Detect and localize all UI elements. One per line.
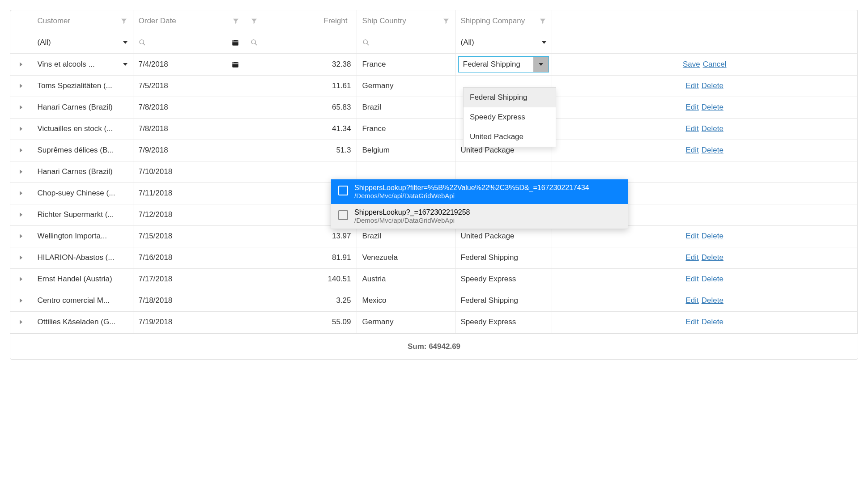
delete-link[interactable]: Delete bbox=[702, 253, 723, 262]
cell-freight: 3.25 bbox=[245, 290, 357, 311]
cell-date: 7/15/2018 bbox=[133, 225, 245, 247]
cell-freight: 65.83 bbox=[245, 97, 357, 118]
caret-right-icon bbox=[20, 148, 22, 153]
expand-toggle[interactable] bbox=[10, 182, 32, 204]
filter-icon[interactable] bbox=[443, 17, 450, 25]
header-actions bbox=[552, 10, 858, 32]
delete-link[interactable]: Delete bbox=[702, 318, 723, 327]
edit-shipper-cell[interactable]: Federal Shipping bbox=[455, 53, 552, 75]
header-customer[interactable]: Customer bbox=[32, 10, 133, 32]
cell-freight: 41.34 bbox=[245, 118, 357, 140]
shipper-option[interactable]: United Package bbox=[464, 127, 556, 147]
filter-country[interactable] bbox=[357, 32, 455, 53]
delete-link[interactable]: Delete bbox=[702, 124, 723, 133]
cell-customer: Hanari Carnes (Brazil) bbox=[32, 97, 133, 118]
svg-rect-5 bbox=[232, 42, 238, 42]
delete-link[interactable]: Delete bbox=[702, 81, 723, 90]
save-link[interactable]: Save bbox=[683, 60, 700, 69]
caret-right-icon bbox=[20, 105, 22, 110]
suggestion-line1: ShippersLookup?_=1672302219258 bbox=[354, 208, 470, 216]
expand-toggle[interactable] bbox=[10, 118, 32, 140]
cell-customer: Chop-suey Chinese (... bbox=[32, 182, 133, 204]
edit-link[interactable]: Edit bbox=[686, 146, 699, 155]
edit-customer-value: Vins et alcools ... bbox=[38, 60, 95, 69]
suggestion-item[interactable]: ShippersLookup?filter=%5B%22Value%22%2C3… bbox=[331, 179, 628, 204]
header-shipping-company[interactable]: Shipping Company bbox=[455, 10, 552, 32]
calendar-icon[interactable] bbox=[231, 38, 239, 47]
cell-freight: 140.51 bbox=[245, 268, 357, 290]
edit-link[interactable]: Edit bbox=[686, 253, 699, 262]
expand-toggle[interactable] bbox=[10, 140, 32, 161]
shipper-dropdown-button[interactable] bbox=[533, 57, 549, 72]
edit-link[interactable]: Edit bbox=[686, 124, 699, 133]
filter-icon[interactable] bbox=[120, 17, 128, 25]
caret-right-icon bbox=[20, 298, 22, 303]
cell-customer: Victuailles en stock (... bbox=[32, 118, 133, 140]
filter-date[interactable] bbox=[133, 32, 245, 53]
expand-toggle[interactable] bbox=[10, 268, 32, 290]
cell-date: 7/12/2018 bbox=[133, 204, 245, 225]
filter-shipper[interactable]: (All) bbox=[455, 32, 552, 53]
edit-link[interactable]: Edit bbox=[686, 103, 699, 112]
expand-toggle[interactable] bbox=[10, 53, 32, 75]
shipper-option[interactable]: Federal Shipping bbox=[464, 88, 556, 107]
cell-actions: Edit Delete bbox=[552, 247, 858, 268]
cell-shipper: Federal Shipping bbox=[455, 290, 552, 311]
svg-rect-4 bbox=[237, 39, 238, 41]
caret-right-icon bbox=[20, 320, 22, 324]
expand-toggle[interactable] bbox=[10, 75, 32, 97]
header-freight[interactable]: Freight bbox=[245, 10, 357, 32]
suggestion-text: ShippersLookup?_=1672302219258/Demos/Mvc… bbox=[354, 208, 470, 224]
edit-link[interactable]: Edit bbox=[686, 318, 699, 327]
filter-freight[interactable] bbox=[245, 32, 357, 53]
cell-customer: Toms Spezialitäten (... bbox=[32, 75, 133, 97]
cell-actions: Edit Delete bbox=[552, 290, 858, 311]
header-order-date[interactable]: Order Date bbox=[133, 10, 245, 32]
shipper-option[interactable]: Speedy Express bbox=[464, 107, 556, 127]
table-row: Centro comercial M...7/18/20183.25Mexico… bbox=[10, 290, 858, 311]
chevron-down-icon[interactable] bbox=[542, 41, 546, 44]
filter-country-input[interactable] bbox=[373, 38, 450, 47]
caret-right-icon bbox=[20, 255, 22, 260]
edit-link[interactable]: Edit bbox=[686, 232, 699, 241]
edit-country-cell[interactable]: France bbox=[357, 53, 455, 75]
expand-toggle[interactable] bbox=[10, 311, 32, 333]
svg-rect-10 bbox=[232, 62, 238, 67]
delete-link[interactable]: Delete bbox=[702, 296, 723, 305]
delete-link[interactable]: Delete bbox=[702, 146, 723, 155]
suggestion-item[interactable]: ShippersLookup?_=1672302219258/Demos/Mvc… bbox=[331, 204, 628, 229]
cell-country: Brazil bbox=[357, 97, 455, 118]
caret-right-icon bbox=[20, 127, 22, 131]
svg-line-1 bbox=[143, 43, 145, 45]
filter-date-input[interactable] bbox=[149, 38, 228, 47]
delete-link[interactable]: Delete bbox=[702, 103, 723, 112]
suggestion-line1: ShippersLookup?filter=%5B%22Value%22%2C3… bbox=[354, 184, 589, 192]
calendar-icon[interactable] bbox=[231, 60, 239, 68]
edit-date-cell[interactable]: 7/4/2018 bbox=[133, 53, 245, 75]
edit-link[interactable]: Edit bbox=[686, 81, 699, 90]
edit-freight-cell[interactable]: 32.38 bbox=[245, 53, 357, 75]
cell-date: 7/8/2018 bbox=[133, 118, 245, 140]
filter-icon[interactable] bbox=[232, 17, 239, 25]
expand-toggle[interactable] bbox=[10, 290, 32, 311]
expand-toggle[interactable] bbox=[10, 161, 32, 182]
filter-icon[interactable] bbox=[539, 17, 546, 25]
header-ship-country[interactable]: Ship Country bbox=[357, 10, 455, 32]
edit-link[interactable]: Edit bbox=[686, 296, 699, 305]
chevron-down-icon[interactable] bbox=[123, 63, 128, 66]
filter-icon[interactable] bbox=[251, 17, 258, 25]
delete-link[interactable]: Delete bbox=[702, 275, 723, 284]
cancel-link[interactable]: Cancel bbox=[703, 60, 727, 69]
edit-link[interactable]: Edit bbox=[686, 275, 699, 284]
header-freight-label: Freight bbox=[258, 17, 351, 25]
chevron-down-icon[interactable] bbox=[123, 41, 128, 44]
filter-customer[interactable]: (All) bbox=[32, 32, 133, 53]
delete-link[interactable]: Delete bbox=[702, 232, 723, 241]
filter-freight-input[interactable] bbox=[261, 38, 351, 47]
expand-toggle[interactable] bbox=[10, 225, 32, 247]
expand-toggle[interactable] bbox=[10, 97, 32, 118]
expand-toggle[interactable] bbox=[10, 204, 32, 225]
expand-toggle[interactable] bbox=[10, 247, 32, 268]
edit-customer-cell[interactable]: Vins et alcools ... bbox=[32, 53, 133, 75]
filter-shipper-value: (All) bbox=[461, 38, 538, 47]
